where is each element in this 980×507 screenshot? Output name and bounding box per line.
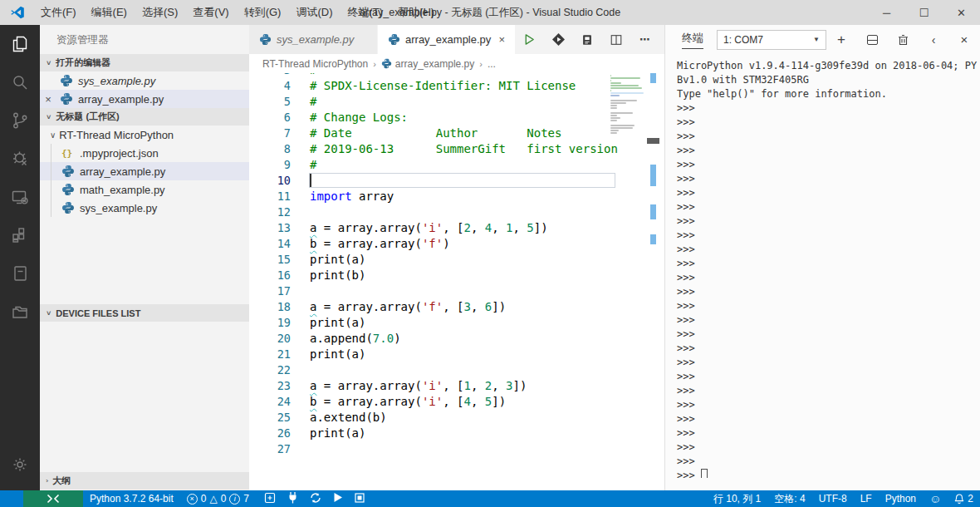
indentation[interactable]: 空格: 4 (767, 490, 811, 507)
add-project-icon[interactable] (264, 492, 276, 506)
run-icon[interactable] (522, 32, 537, 47)
minimize-button[interactable]: ─ (868, 0, 905, 25)
code-line-20[interactable]: 20a.append(7.0) (249, 331, 664, 347)
remote-indicator[interactable] (23, 490, 83, 507)
code-line-6[interactable]: 6# Change Logs: (249, 110, 664, 126)
menu-item-4[interactable]: 转到(G) (237, 0, 289, 25)
scrollbar-thumb[interactable] (647, 138, 659, 144)
close-panel-icon[interactable]: × (957, 32, 972, 47)
code-line-26[interactable]: 26print(a) (249, 426, 664, 441)
remote-device-icon[interactable] (0, 178, 40, 216)
menu-item-2[interactable]: 选择(S) (135, 0, 185, 25)
search-icon[interactable] (0, 63, 40, 101)
folders-icon[interactable] (0, 293, 40, 331)
close-icon[interactable]: × (492, 33, 505, 46)
code-line-16[interactable]: 16print(b) (249, 268, 664, 283)
open-editor-array_example.py[interactable]: ×array_example.py (40, 90, 249, 108)
code-editor[interactable]: 3#4# SPDX-License-Identifier: MIT Licens… (249, 73, 664, 490)
maximize-button[interactable]: ☐ (905, 0, 943, 25)
explorer-icon[interactable] (0, 25, 40, 63)
terminal-prompt: >>> (677, 257, 980, 271)
minimap[interactable] (610, 75, 644, 137)
folder-rt-thread-micropython[interactable]: ∨ RT-Thread MicroPython (40, 126, 249, 144)
feedback-smiley-icon[interactable]: ☺ (923, 490, 948, 507)
split-editor-icon[interactable] (609, 32, 624, 47)
code-line-25[interactable]: 25a.extend(b) (249, 410, 664, 426)
terminal-tab[interactable]: 终端 (682, 31, 703, 49)
breadcrumb-item[interactable]: ... (488, 58, 496, 70)
run-icon[interactable] (333, 492, 343, 505)
problems-indicator[interactable]: × 0 △ 0 i 7 (180, 490, 256, 507)
breadcrumb[interactable]: RT-Thread MicroPython›array_example.py›.… (249, 54, 664, 73)
encoding[interactable]: UTF-8 (812, 490, 854, 507)
menu-item-6[interactable]: 终端(T) (340, 0, 390, 25)
new-terminal-icon[interactable]: + (834, 32, 849, 47)
tab-array_example.py[interactable]: array_example.py× (378, 25, 515, 54)
debug-icon[interactable] (0, 140, 40, 178)
open-editors-header[interactable]: ∨ 打开的编辑器 (40, 54, 249, 71)
plug-icon[interactable] (287, 491, 298, 506)
cursor-position[interactable]: 行 10, 列 1 (707, 490, 767, 507)
code-line-15[interactable]: 15print(a) (249, 252, 664, 268)
tree-item-array_example.py[interactable]: array_example.py (40, 162, 249, 180)
code-line-24[interactable]: 24b = array.array('i', [4, 5]) (249, 394, 664, 410)
overview-ruler[interactable] (647, 73, 659, 490)
menu-item-3[interactable]: 查看(V) (185, 0, 236, 25)
collapse-panel-icon[interactable]: ‹ (926, 32, 941, 47)
extensions-icon[interactable] (0, 216, 40, 254)
terminal-select[interactable]: 1: COM7 ▼ (717, 30, 826, 50)
notebook-icon[interactable] (0, 254, 40, 293)
more-actions-icon[interactable]: ⋯ (638, 32, 653, 47)
tree-item-sys_example.py[interactable]: sys_example.py (40, 199, 249, 217)
code-line-13[interactable]: 13a = array.array('i', [2, 4, 1, 5]) (249, 220, 664, 236)
open-editor-sys_example.py[interactable]: sys_example.py (40, 71, 249, 90)
line-text: # (310, 94, 316, 110)
code-line-22[interactable]: 22 (249, 362, 664, 378)
menu-item-5[interactable]: 调试(D) (288, 0, 340, 25)
menu-item-0[interactable]: 文件(F) (33, 0, 84, 25)
code-line-10[interactable]: 10 (249, 173, 664, 189)
tab-sys_example.py[interactable]: sys_example.py (249, 25, 378, 54)
code-line-7[interactable]: 7# Date Author Notes (249, 126, 664, 141)
stop-icon[interactable] (355, 493, 365, 505)
code-line-18[interactable]: 18a = array.array('f', [3, 6]) (249, 299, 664, 315)
code-line-14[interactable]: 14b = array.array('f') (249, 236, 664, 252)
kill-terminal-icon[interactable] (895, 32, 910, 47)
terminal-prompt-active[interactable]: >>> (677, 469, 980, 478)
code-line-5[interactable]: 5# (249, 94, 664, 110)
code-line-21[interactable]: 21print(a) (249, 347, 664, 362)
tree-item-math_example.py[interactable]: math_example.py (40, 180, 249, 199)
split-terminal-icon[interactable] (865, 32, 880, 47)
rtthread-run-icon[interactable] (551, 32, 566, 47)
terminal-output[interactable]: MicroPython v1.9.4-114-g309fe39d on 2018… (665, 54, 980, 478)
gear-icon[interactable] (0, 445, 40, 484)
memory-chip-icon[interactable] (580, 32, 595, 47)
code-line-8[interactable]: 8# 2019-06-13 SummerGift first version (249, 141, 664, 157)
breadcrumb-item[interactable]: array_example.py (395, 58, 474, 70)
line-number: 24 (249, 394, 291, 410)
menu-item-7[interactable]: 帮助(H) (390, 0, 442, 25)
code-line-23[interactable]: 23a = array.array('i', [1, 2, 3]) (249, 378, 664, 394)
code-line-12[interactable]: 12 (249, 204, 664, 220)
eol[interactable]: LF (854, 490, 879, 507)
close-icon[interactable]: × (42, 93, 55, 106)
code-line-19[interactable]: 19print(a) (249, 315, 664, 331)
sync-icon[interactable] (310, 492, 321, 506)
outline-header[interactable]: › 大纲 (40, 472, 249, 490)
notifications-bell[interactable]: 2 (948, 490, 980, 507)
code-line-4[interactable]: 4# SPDX-License-Identifier: MIT License (249, 78, 664, 94)
python-interpreter[interactable]: Python 3.7.2 64-bit (83, 490, 180, 507)
menu-item-1[interactable]: 编辑(E) (84, 0, 135, 25)
code-line-17[interactable]: 17 (249, 283, 664, 299)
breadcrumb-item[interactable]: RT-Thread MicroPython (262, 58, 368, 70)
close-button[interactable]: ✕ (943, 0, 980, 25)
source-control-icon[interactable] (0, 101, 40, 140)
language-mode[interactable]: Python (879, 490, 923, 507)
code-line-27[interactable]: 27 (249, 441, 664, 457)
line-text: a.append(7.0) (310, 331, 401, 347)
workspace-header[interactable]: ∨ 无标题 (工作区) (40, 108, 249, 126)
code-line-11[interactable]: 11import array (249, 189, 664, 204)
device-files-header[interactable]: ∨ DEVICE FILES LIST (40, 304, 249, 322)
code-line-9[interactable]: 9# (249, 157, 664, 173)
tree-item-.mpyproject.json[interactable]: {}.mpyproject.json (40, 144, 249, 162)
